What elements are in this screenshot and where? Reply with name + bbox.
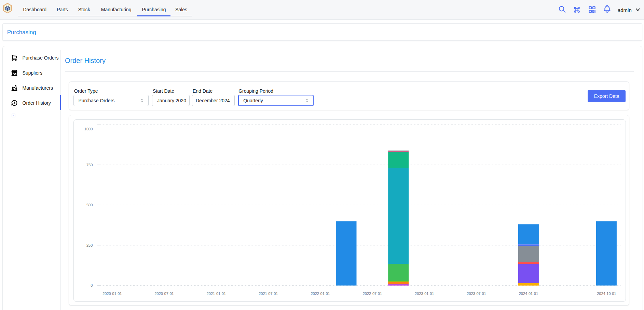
svg-text:250: 250 (86, 243, 93, 247)
svg-text:0: 0 (91, 283, 93, 287)
svg-text:2023-07-01: 2023-07-01 (467, 292, 486, 296)
svg-text:2021-01-01: 2021-01-01 (207, 292, 226, 296)
svg-text:500: 500 (86, 203, 93, 207)
svg-text:750: 750 (86, 163, 93, 167)
svg-text:2020-01-01: 2020-01-01 (102, 292, 122, 296)
svg-text:2024-01-01: 2024-01-01 (519, 292, 538, 296)
svg-text:2021-07-01: 2021-07-01 (259, 292, 278, 296)
svg-text:2022-07-01: 2022-07-01 (363, 292, 382, 296)
svg-text:2022-01-01: 2022-01-01 (311, 292, 330, 296)
svg-text:2020-07-01: 2020-07-01 (154, 292, 174, 296)
svg-text:2024-10-01: 2024-10-01 (597, 292, 616, 296)
svg-text:1000: 1000 (84, 127, 93, 131)
svg-text:2023-01-01: 2023-01-01 (415, 292, 434, 296)
